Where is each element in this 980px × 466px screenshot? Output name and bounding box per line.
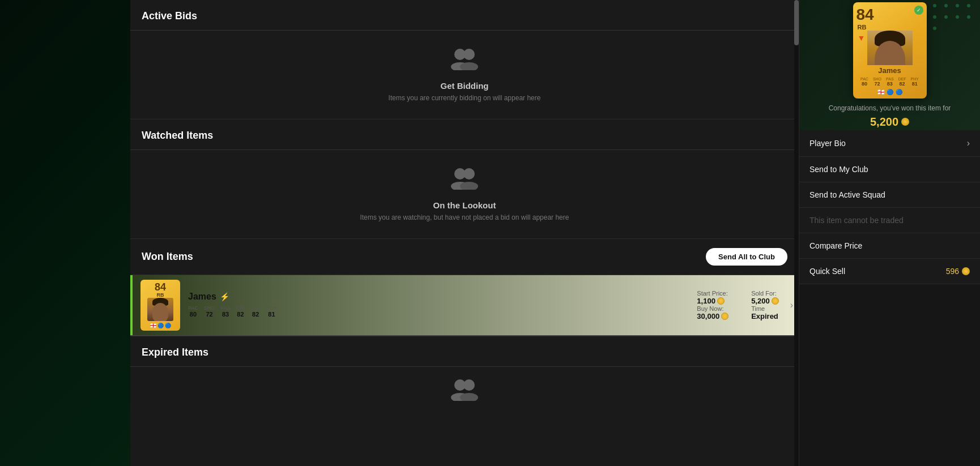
send-to-squad-menu-item[interactable]: Send to Active Squad [799,182,980,208]
mini-card-position: RB [157,292,164,298]
left-sidebar [0,0,130,466]
expired-items-title: Expired Items [142,347,208,358]
watched-items-title: Watched Items [142,130,213,141]
sold-section: Sold For: 5,200 Time Expired [751,290,779,320]
right-bottom-spacer [799,284,980,466]
start-price-section: Start Price: 1,100 Buy Now: 30,000 [697,290,728,320]
right-panel: ✓ 84 RB ▼ [799,0,980,466]
won-items-section: Won Items Send All to Club [130,239,799,275]
scrollbar-thumb[interactable] [794,0,799,45]
player-status-icon: ⚡ [220,292,229,301]
mini-card-flags: 🏴󠁧󠁢󠁥󠁮󠁧󠁿 🔵 🔵 [150,323,171,328]
active-bids-title: Active Bids [142,10,197,22]
watched-items-empty: On the Lookout Items you are watching, b… [130,150,799,239]
won-price: 5,200 [870,116,909,134]
card-large-name: James [878,66,901,75]
expired-items-section: Expired Items [130,336,799,414]
cannot-trade-label: This item cannot be traded [809,216,904,225]
verified-badge: ✓ [914,6,923,15]
sold-for-value: 5,200 [751,297,770,305]
player-name: James [188,292,216,302]
watched-items-empty-title: On the Lookout [433,200,496,210]
quick-sell-label: Quick Sell [809,267,845,276]
buy-now-value: 30,000 [697,312,719,320]
time-value: Expired [751,312,779,320]
watched-items-header: Watched Items [130,119,799,150]
active-bids-empty: Get Bidding Items you are currently bidd… [130,31,799,119]
expired-items-header: Expired Items [130,336,799,367]
card-large-flags: 🏴󠁧󠁢󠁥󠁮󠁧󠁿 🔵 🔵 [877,89,902,95]
send-to-squad-label: Send to Active Squad [809,190,885,199]
cannot-trade-menu-item: This item cannot be traded [799,208,980,233]
svg-point-9 [463,379,475,391]
arrow-indicator: ▼ [858,33,866,42]
active-bids-empty-subtitle: Items you are currently bidding on will … [389,94,541,102]
active-bids-empty-title: Get Bidding [441,81,489,91]
coin-icon-start [717,297,725,305]
start-price-value: 1,100 [697,297,715,305]
svg-point-5 [463,168,475,179]
won-player-row: 84 RB 🏴󠁧󠁢󠁥󠁮󠁧󠁿 🔵 🔵 James ⚡ [130,275,799,336]
player-bio-label: Player Bio [809,139,846,148]
send-to-club-menu-item[interactable]: Send to My Club [799,157,980,182]
mini-card-rating: 84 [155,282,166,292]
card-large-rating: 84 [857,7,874,23]
sold-for-label: Sold For: [751,290,779,297]
center-panel: Active Bids Get Bidding Items you are cu… [130,0,799,466]
player-face-large [867,31,913,65]
buy-now-label: Buy Now: [697,305,723,312]
compare-price-menu-item[interactable]: Compare Price [799,233,980,259]
quick-sell-amount: 596 [946,267,959,276]
player-bio-chevron: › [967,138,970,148]
coin-icon-buynow [721,313,728,320]
watching-icon [450,167,479,195]
card-large-position: RB [858,24,874,31]
svg-point-1 [463,49,475,60]
player-card-large: ✓ 84 RB ▼ [853,2,927,99]
card-large-stats: PAC80 SHO72 PAS83 DEF82 PHY81 [860,77,919,87]
coin-icon-sold [772,297,779,305]
expired-icon [450,378,479,403]
bidding-icon [450,48,479,75]
start-price-label: Start Price: [697,290,727,297]
player-stats-row: PAC80 SHO72 PAS83 DRI82 DEF82 PHY81 [188,305,674,318]
right-menu: Player Bio › Send to My Club Send to Act… [799,130,980,284]
green-indicator [130,275,133,335]
scrollbar[interactable] [794,0,799,466]
send-all-to-club-button[interactable]: Send All to Club [706,248,787,266]
watched-items-empty-subtitle: Items you are watching, but have not pla… [360,213,569,221]
quick-sell-value: 596 [946,267,970,276]
compare-price-label: Compare Price [809,241,862,250]
won-message: Congratulations, you've won this item fo… [823,99,957,116]
player-info: James ⚡ PAC80 SHO72 PAS83 DRI82 DEF82 PH… [188,292,674,319]
active-bids-header: Active Bids [130,0,799,31]
player-row-chevron[interactable]: › [790,300,793,310]
send-to-club-label: Send to My Club [809,165,868,174]
card-display-area: ✓ 84 RB ▼ [799,0,980,130]
player-card-mini: 84 RB 🏴󠁧󠁢󠁥󠁮󠁧󠁿 🔵 🔵 [140,280,180,331]
won-price-value: 5,200 [870,116,898,129]
won-coin-icon [901,118,909,126]
time-label: Time [751,305,779,312]
quick-sell-coin [962,267,970,275]
won-items-title: Won Items [142,251,193,263]
quick-sell-menu-item[interactable]: Quick Sell 596 [799,259,980,284]
player-bio-menu-item[interactable]: Player Bio › [799,130,980,157]
